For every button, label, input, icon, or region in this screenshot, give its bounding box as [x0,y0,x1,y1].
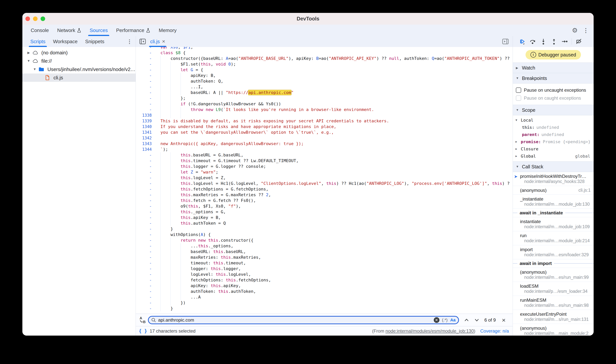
line-gutter[interactable]: - [136,255,155,260]
line-gutter[interactable]: - [136,237,155,243]
scope-row-Global[interactable]: ▶Globalglobal [513,153,594,160]
line-content[interactable]: authToken: this.authToken, [155,289,513,294]
line-gutter[interactable]: 1339 [136,118,155,124]
navigator-tab-workspace[interactable]: Workspace [49,36,81,47]
regex-toggle[interactable]: (.*) [442,318,448,323]
line-gutter[interactable]: - [136,101,155,107]
line-content[interactable]: authToken: Q, [155,78,513,84]
line-gutter[interactable]: - [136,306,155,311]
chevron-right-icon[interactable]: ▶ [516,154,521,158]
call-stack-frame[interactable]: instantiatenode:internal/m…module_job:10… [513,217,594,231]
tree-item-cli-js[interactable]: cli.js [22,74,136,82]
line-content[interactable]: new Anthropic({ apiKey, dangerouslyAllow… [155,141,513,147]
step-over-button[interactable] [528,37,537,46]
section-watch[interactable]: ▶Watch [513,63,594,73]
main-tab-sources[interactable]: Sources [85,25,112,36]
settings-gear-icon[interactable]: ⚙ [572,27,578,34]
scope-row-Closure[interactable]: ▶Closure [513,145,594,153]
previous-result-icon[interactable] [464,317,469,323]
line-content[interactable]: this.apiKey = B, [155,215,513,221]
line-content[interactable]: } [155,306,513,311]
line-gutter[interactable]: - [136,289,155,294]
line-gutter[interactable]: - [136,95,155,101]
pretty-print-icon[interactable]: { } [139,328,147,334]
line-content[interactable]: this.fetch = G.fetch ?? Fs0(), [155,198,513,203]
line-content[interactable]: let Z = "warn"; [155,169,513,175]
line-content[interactable]: baseURL: A || "https://api.anthropic.com… [155,90,513,95]
main-tab-memory[interactable]: Memory [154,25,181,36]
checkbox[interactable] [516,88,521,93]
chevron-right-icon[interactable]: ▶ [516,147,521,151]
line-content[interactable]: This is disabled by default, as it risks… [155,118,513,124]
line-gutter[interactable]: - [136,56,155,61]
line-gutter[interactable]: - [136,169,155,175]
coverage-link[interactable]: Coverage: n/a [480,328,509,334]
line-gutter[interactable]: - [136,232,155,237]
line-gutter[interactable]: - [136,67,155,73]
call-stack-frame[interactable]: importnode:internal/m…esm/loader:329 [513,245,594,259]
call-stack-frame[interactable]: runnode:internal/m…module_job:214 [513,231,594,245]
line-content[interactable]: this.logLevel = Z, [155,175,513,181]
line-content[interactable]: apiKey: B, [155,73,513,78]
navigator-tab-snippets[interactable]: Snippets [81,36,108,47]
line-gutter[interactable]: - [136,221,155,226]
line-gutter[interactable]: - [136,266,155,272]
tree-item-users-jinhuilee-nvm-versions-node-v2-[interactable]: ▼Users/jinhuilee/.nvm/versions/node/v2… [22,65,136,74]
collapse-navigator-icon[interactable] [139,39,146,44]
tab-cli-js[interactable]: cli.js × [147,36,168,47]
line-gutter[interactable]: - [136,272,155,277]
line-gutter[interactable]: - [136,186,155,192]
line-content[interactable]: }) [155,300,513,306]
line-content[interactable]: withOptions(A) { [155,232,513,237]
line-content[interactable]: If you understand the risks and have app… [155,124,513,130]
line-gutter[interactable]: - [136,78,155,84]
line-content[interactable]: this.logger = G.logger ?? console; [155,164,513,169]
line-content[interactable]: var Xs0, $F1; [155,47,513,50]
call-stack-frame[interactable]: _instantiatenode:internal/m…module_job:1… [513,195,594,209]
line-content[interactable]: constructor({baseURL: A=ao("ANTHROPIC_BA… [155,56,513,61]
line-gutter[interactable]: - [136,243,155,249]
line-content[interactable]: $F1.set(this, void 0); [155,61,513,67]
line-content[interactable]: maxRetries: this.maxRetries, [155,255,513,260]
line-gutter[interactable]: - [136,152,155,158]
line-gutter[interactable]: 1342 [136,135,155,141]
replace-toggle-icon[interactable]: AB [139,316,146,324]
show-debugger-sidebar-icon[interactable] [502,39,509,44]
line-content[interactable]: this._options = G, [155,209,513,215]
line-gutter[interactable]: - [136,260,155,266]
line-gutter[interactable]: - [136,164,155,169]
line-content[interactable]: this.authToken = Q [155,221,513,226]
step-into-button[interactable] [539,37,548,46]
more-options-icon[interactable]: ⋮ [583,27,589,34]
resume-script-button[interactable] [518,37,527,46]
line-gutter[interactable]: - [136,73,155,78]
line-content[interactable]: this.baseURL = G.baseURL, [155,152,513,158]
call-stack-frame[interactable]: (anonymous)node:internal/m…main_module:2 [513,324,594,336]
line-content[interactable]: if (!G.dangerouslyAllowBrowser && Ys0()) [155,101,513,107]
clear-search-icon[interactable]: ✕ [434,317,439,323]
line-gutter[interactable]: - [136,283,155,289]
line-content[interactable]: you can set the \`dangerouslyAllowBrowse… [155,130,513,135]
source-mapping-link[interactable]: node:internal/modules/esm/module_job:130 [386,328,474,334]
section-scope[interactable]: ▼Scope [513,105,594,115]
line-content[interactable]: apiKey: this.apiKey, [155,283,513,289]
call-stack-frame[interactable]: ➤promiseInitHookWithDestroyTr…node:inter… [513,172,594,186]
scope-row-promise[interactable]: ▶promise:Promise {<pending>} [513,138,594,145]
line-content[interactable]: let G = { [155,67,513,73]
scope-row-parent[interactable]: parent:undefined [513,131,594,138]
line-gutter[interactable]: - [136,203,155,209]
section-call-stack[interactable]: ▼Call Stack [513,162,594,172]
line-content[interactable]: this.logLevel = Hc1(G.logLevel, "ClientO… [155,181,513,186]
line-gutter[interactable]: - [136,277,155,283]
call-stack-frame[interactable]: (anonymous)node:internal/m…es/run_main:9… [513,268,594,282]
line-content[interactable]: this.maxRetries = G.maxRetries ?? 2, [155,192,513,198]
line-gutter[interactable]: - [136,90,155,95]
chevron-right-icon[interactable]: ▶ [516,140,521,143]
step-button[interactable] [560,37,569,46]
main-tab-performance[interactable]: Performance [112,25,154,36]
chevron-down-icon[interactable]: ▼ [516,118,521,122]
line-gutter[interactable]: - [136,107,155,113]
line-gutter[interactable]: - [136,50,155,56]
line-gutter[interactable]: - [136,209,155,215]
deactivate-breakpoints-button[interactable] [574,37,583,46]
